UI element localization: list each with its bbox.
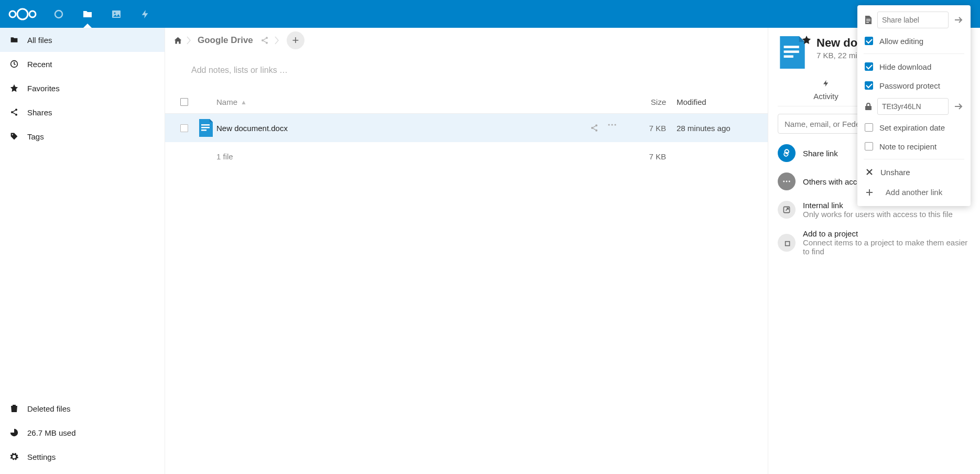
svg-point-5 bbox=[114, 12, 115, 14]
svg-point-0 bbox=[17, 9, 28, 19]
svg-rect-33 bbox=[866, 19, 870, 19]
app-header bbox=[0, 0, 980, 28]
svg-point-2 bbox=[29, 11, 36, 17]
svg-rect-35 bbox=[866, 22, 869, 23]
svg-rect-34 bbox=[866, 20, 870, 21]
svg-point-1 bbox=[9, 11, 16, 17]
share-link-popover: Allow editing Hide download Password pro… bbox=[857, 5, 971, 28]
share-label-input[interactable] bbox=[877, 12, 949, 28]
document-icon bbox=[864, 16, 873, 24]
svg-point-3 bbox=[55, 10, 62, 18]
nav-photos[interactable] bbox=[102, 0, 130, 28]
header-nav bbox=[44, 0, 159, 28]
nav-files[interactable] bbox=[73, 0, 102, 28]
nav-activity[interactable] bbox=[130, 0, 159, 28]
nextcloud-logo[interactable] bbox=[6, 5, 39, 23]
nav-dashboard[interactable] bbox=[44, 0, 73, 28]
submit-arrow-icon[interactable] bbox=[953, 16, 964, 24]
